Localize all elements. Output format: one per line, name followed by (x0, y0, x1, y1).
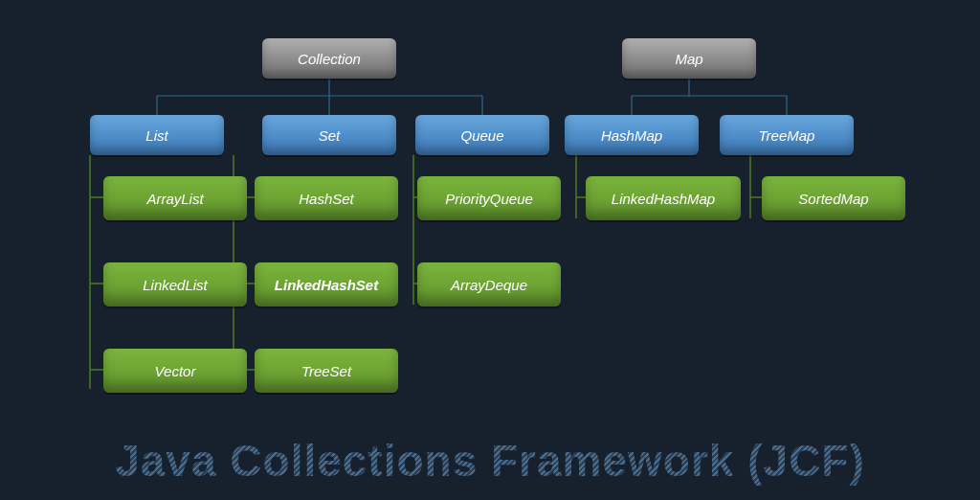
node-arraylist: ArrayList (103, 176, 247, 220)
node-map: Map (622, 38, 756, 79)
label: TreeSet (301, 363, 351, 379)
label: LinkedHashSet (275, 277, 378, 293)
node-arraydeque: ArrayDeque (417, 262, 561, 307)
label: Map (675, 51, 702, 67)
node-vector: Vector (103, 349, 247, 393)
label: List (145, 127, 167, 144)
node-linkedlist: LinkedList (103, 262, 247, 307)
node-priorityqueue: PriorityQueue (417, 176, 561, 220)
label: ArrayList (146, 191, 203, 207)
label: ArrayDeque (451, 277, 527, 293)
diagram-stage: Collection Map List Set Queue HashMap Tr… (0, 0, 980, 500)
node-treeset: TreeSet (255, 349, 398, 393)
label: TreeMap (759, 127, 815, 144)
node-collection: Collection (262, 38, 396, 79)
label: LinkedList (143, 277, 208, 293)
diagram-title: Java Collections Framework (JCF) (0, 435, 980, 487)
label: Collection (298, 51, 361, 67)
label: SortedMap (798, 191, 868, 207)
label: HashSet (299, 191, 354, 207)
label: PriorityQueue (445, 191, 533, 207)
node-hashmap: HashMap (565, 115, 699, 155)
label: Queue (460, 127, 503, 144)
label: LinkedHashMap (612, 191, 715, 207)
connector-lines (0, 0, 980, 500)
node-linkedhashmap: LinkedHashMap (586, 176, 741, 220)
node-queue: Queue (415, 115, 549, 155)
label: Set (319, 127, 341, 144)
node-hashset: HashSet (255, 176, 398, 220)
node-linkedhashset: LinkedHashSet (255, 262, 398, 307)
node-set: Set (262, 115, 396, 155)
label: HashMap (601, 127, 662, 144)
label: Vector (155, 363, 196, 379)
node-sortedmap: SortedMap (762, 176, 905, 220)
node-list: List (90, 115, 224, 155)
node-treemap: TreeMap (720, 115, 854, 155)
